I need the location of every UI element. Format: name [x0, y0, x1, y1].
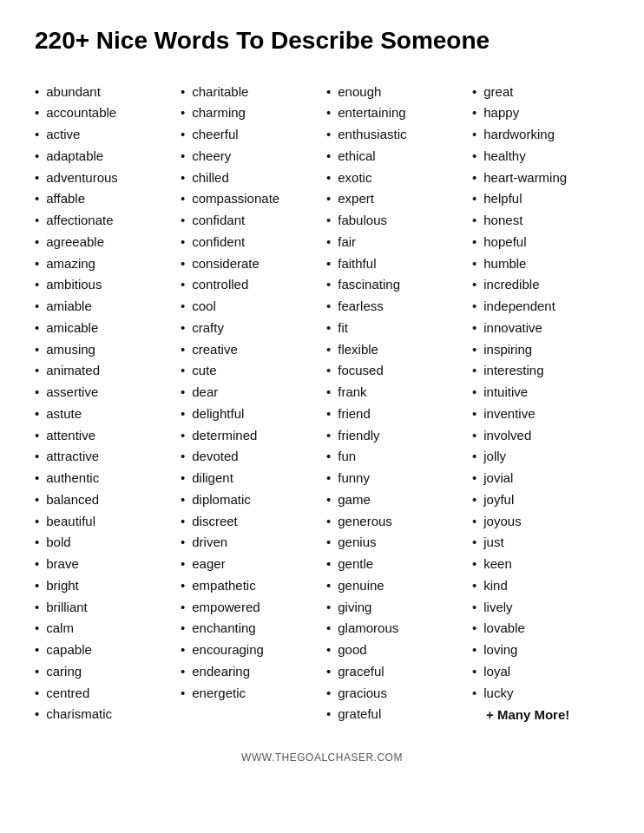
word-item: frank	[326, 382, 463, 403]
word-item: entertaining	[326, 102, 463, 124]
word-item: generous	[326, 511, 463, 533]
word-item: funny	[326, 468, 463, 489]
word-item: bold	[35, 532, 172, 554]
word-item: authentic	[35, 468, 172, 489]
word-item: delightful	[181, 403, 318, 425]
word-item: controlled	[181, 274, 318, 296]
word-item: cheerful	[181, 124, 318, 146]
word-item: fascinating	[326, 274, 463, 296]
word-item: enthusiastic	[326, 124, 463, 146]
word-item: lovable	[472, 618, 609, 640]
word-item: joyful	[472, 489, 609, 511]
word-item: empowered	[181, 597, 318, 619]
word-item: genius	[326, 532, 463, 554]
word-item: honest	[472, 210, 609, 232]
word-item: grateful	[326, 704, 463, 725]
word-item: balanced	[35, 489, 172, 511]
more-label: + Many More!	[472, 707, 609, 722]
word-item: giving	[326, 597, 463, 619]
word-item: discreet	[181, 511, 318, 533]
word-item: fearless	[326, 296, 463, 318]
word-item: creative	[181, 339, 318, 361]
word-item: fit	[326, 318, 463, 339]
word-item: chilled	[181, 167, 318, 189]
word-column-2: charitablecharmingcheerfulcheerychilledc…	[181, 82, 318, 726]
word-column-1: abundantaccountableactiveadaptableadvent…	[35, 82, 172, 726]
word-item: confidant	[181, 210, 318, 232]
word-item: game	[326, 489, 463, 511]
word-item: affable	[35, 188, 172, 210]
word-item: agreeable	[35, 232, 172, 253]
word-item: glamorous	[326, 618, 463, 640]
word-columns: abundantaccountableactiveadaptableadvent…	[35, 82, 609, 726]
word-item: cute	[181, 360, 318, 382]
word-item: encouraging	[181, 640, 318, 661]
word-item: genuine	[326, 575, 463, 597]
word-item: friend	[326, 403, 463, 425]
word-item: hopeful	[472, 232, 609, 253]
word-item: empathetic	[181, 575, 318, 597]
word-item: joyous	[472, 511, 609, 533]
word-item: astute	[35, 403, 172, 425]
word-item: great	[472, 82, 609, 103]
word-item: humble	[472, 253, 609, 275]
word-item: friendly	[326, 425, 463, 447]
word-item: charitable	[181, 82, 318, 103]
word-item: charismatic	[35, 704, 172, 725]
word-item: keen	[472, 554, 609, 575]
word-item: inventive	[472, 403, 609, 425]
word-item: caring	[35, 661, 172, 683]
word-item: expert	[326, 188, 463, 210]
word-item: beautiful	[35, 511, 172, 533]
word-item: charming	[181, 102, 318, 124]
word-item: kind	[472, 575, 609, 597]
word-item: involved	[472, 425, 609, 447]
word-item: fabulous	[326, 210, 463, 232]
word-item: jolly	[472, 446, 609, 468]
word-item: calm	[35, 618, 172, 640]
word-item: active	[35, 124, 172, 146]
word-item: adaptable	[35, 146, 172, 167]
word-item: cool	[181, 296, 318, 318]
word-item: dear	[181, 382, 318, 403]
word-column-3: enoughentertainingenthusiasticethicalexo…	[326, 82, 463, 726]
word-item: amiable	[35, 296, 172, 318]
word-item: accountable	[35, 102, 172, 124]
word-item: energetic	[181, 683, 318, 705]
word-item: amusing	[35, 339, 172, 361]
word-item: gentle	[326, 554, 463, 575]
word-item: considerate	[181, 253, 318, 275]
word-item: inspiring	[472, 339, 609, 361]
word-item: diligent	[181, 468, 318, 489]
word-item: hardworking	[472, 124, 609, 146]
word-item: attentive	[35, 425, 172, 447]
word-item: brilliant	[35, 597, 172, 619]
word-item: good	[326, 640, 463, 661]
word-item: heart-warming	[472, 167, 609, 189]
word-item: driven	[181, 532, 318, 554]
word-item: focused	[326, 360, 463, 382]
word-item: intuitive	[472, 382, 609, 403]
footer-text: WWW.THEGOALCHASER.COM	[35, 751, 609, 764]
word-item: confident	[181, 232, 318, 253]
word-item: adventurous	[35, 167, 172, 189]
word-item: amicable	[35, 318, 172, 339]
word-item: loving	[472, 640, 609, 661]
word-item: crafty	[181, 318, 318, 339]
word-item: fun	[326, 446, 463, 468]
word-item: enough	[326, 82, 463, 103]
word-item: happy	[472, 102, 609, 124]
word-item: affectionate	[35, 210, 172, 232]
word-item: diplomatic	[181, 489, 318, 511]
word-item: centred	[35, 683, 172, 705]
word-item: healthy	[472, 146, 609, 167]
word-item: loyal	[472, 661, 609, 683]
word-item: independent	[472, 296, 609, 318]
word-item: faithful	[326, 253, 463, 275]
word-item: attractive	[35, 446, 172, 468]
word-item: devoted	[181, 446, 318, 468]
word-item: jovial	[472, 468, 609, 489]
word-item: ethical	[326, 146, 463, 167]
word-item: interesting	[472, 360, 609, 382]
word-item: gracious	[326, 683, 463, 705]
